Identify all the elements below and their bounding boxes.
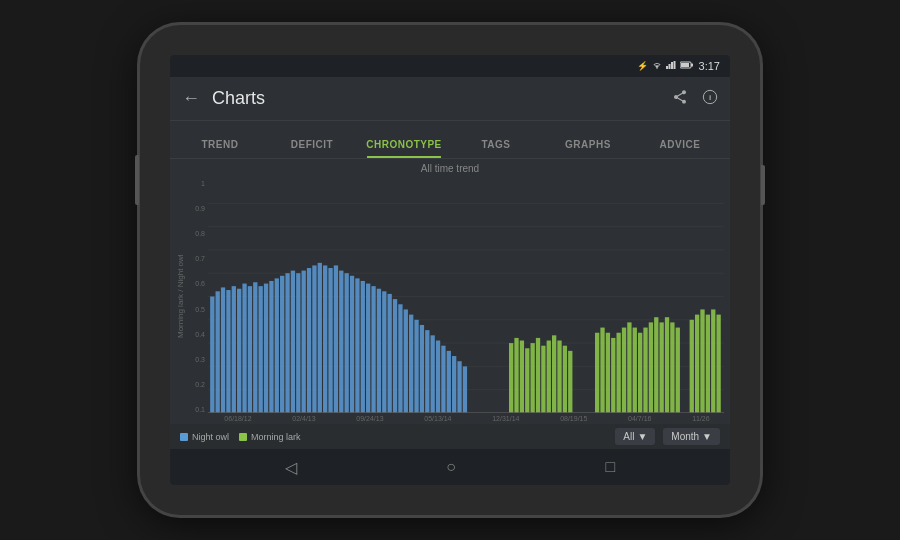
svg-rect-57 bbox=[409, 315, 413, 413]
svg-rect-32 bbox=[275, 278, 279, 413]
svg-rect-97 bbox=[695, 315, 699, 413]
svg-rect-37 bbox=[302, 271, 306, 413]
svg-rect-3 bbox=[671, 62, 673, 69]
bluetooth-icon: ⚡ bbox=[637, 61, 648, 71]
svg-rect-24 bbox=[232, 286, 236, 413]
svg-rect-84 bbox=[617, 333, 621, 413]
chart-legend: Night owl Morning lark bbox=[180, 432, 301, 442]
svg-rect-42 bbox=[328, 268, 332, 413]
status-bar: ⚡ bbox=[170, 55, 730, 77]
info-button[interactable]: i bbox=[702, 89, 718, 109]
tab-chronotype[interactable]: CHRONOTYPE bbox=[358, 139, 450, 158]
app-bar: ← Charts i bbox=[170, 77, 730, 121]
chart-svg-area bbox=[208, 180, 724, 413]
svg-rect-60 bbox=[425, 330, 429, 413]
svg-rect-87 bbox=[633, 328, 637, 413]
svg-rect-23 bbox=[226, 290, 230, 413]
chart-area-wrapper: 1 0.9 0.8 0.7 0.6 0.5 0.4 0.3 0.2 0.1 bbox=[192, 180, 724, 413]
svg-rect-65 bbox=[452, 356, 456, 413]
svg-rect-101 bbox=[716, 315, 720, 413]
svg-rect-75 bbox=[547, 341, 551, 413]
svg-rect-31 bbox=[269, 281, 273, 413]
svg-rect-35 bbox=[291, 271, 295, 413]
wifi-icon bbox=[652, 61, 662, 71]
svg-rect-83 bbox=[611, 338, 615, 413]
svg-rect-28 bbox=[253, 282, 257, 413]
tab-bar: TREND DEFICIT CHRONOTYPE TAGS GRAPHS ADV… bbox=[170, 121, 730, 159]
status-time: 3:17 bbox=[699, 60, 720, 72]
svg-rect-78 bbox=[563, 346, 567, 413]
chart-controls: All ▼ Month ▼ bbox=[615, 428, 720, 445]
svg-rect-46 bbox=[350, 276, 354, 413]
svg-rect-52 bbox=[382, 291, 386, 413]
legend-label-morning-lark: Morning lark bbox=[251, 432, 301, 442]
svg-rect-50 bbox=[371, 286, 375, 413]
svg-rect-70 bbox=[520, 341, 524, 413]
month-filter-button[interactable]: Month ▼ bbox=[663, 428, 720, 445]
svg-rect-92 bbox=[660, 322, 664, 413]
svg-rect-44 bbox=[339, 271, 343, 413]
signal-icon bbox=[666, 61, 676, 71]
all-filter-label: All bbox=[623, 431, 634, 442]
svg-rect-67 bbox=[463, 366, 467, 413]
svg-rect-34 bbox=[285, 273, 289, 413]
svg-rect-79 bbox=[568, 351, 572, 413]
svg-rect-81 bbox=[600, 328, 604, 413]
legend-label-night-owl: Night owl bbox=[192, 432, 229, 442]
svg-rect-1 bbox=[666, 66, 668, 69]
svg-rect-58 bbox=[414, 320, 418, 413]
phone-screen: ⚡ bbox=[170, 55, 730, 485]
svg-rect-88 bbox=[638, 333, 642, 413]
svg-rect-91 bbox=[654, 317, 658, 413]
svg-rect-20 bbox=[210, 297, 214, 414]
status-icons: ⚡ bbox=[637, 61, 694, 71]
legend-night-owl: Night owl bbox=[180, 432, 229, 442]
svg-rect-53 bbox=[388, 294, 392, 413]
svg-rect-29 bbox=[259, 286, 263, 413]
chart-svg bbox=[208, 180, 724, 413]
month-filter-label: Month bbox=[671, 431, 699, 442]
svg-rect-96 bbox=[690, 320, 694, 413]
svg-rect-25 bbox=[237, 289, 241, 413]
date-label-1: 06/18/12 bbox=[224, 415, 251, 422]
svg-rect-39 bbox=[312, 265, 316, 413]
back-button[interactable]: ← bbox=[182, 88, 200, 109]
svg-rect-21 bbox=[216, 291, 220, 413]
tab-deficit[interactable]: DEFICIT bbox=[266, 139, 358, 158]
all-filter-button[interactable]: All ▼ bbox=[615, 428, 655, 445]
svg-rect-22 bbox=[221, 287, 225, 413]
share-button[interactable] bbox=[672, 89, 688, 109]
chart-container: All time trend Morning lark / Night owl … bbox=[170, 159, 730, 449]
date-label-4: 05/13/14 bbox=[424, 415, 451, 422]
svg-rect-72 bbox=[531, 343, 535, 413]
svg-rect-86 bbox=[627, 322, 631, 413]
nav-home-button[interactable]: ○ bbox=[446, 458, 456, 476]
svg-rect-43 bbox=[334, 265, 338, 413]
svg-rect-94 bbox=[670, 322, 674, 413]
svg-rect-45 bbox=[345, 273, 349, 413]
month-dropdown-icon: ▼ bbox=[702, 431, 712, 442]
nav-bar: ◁ ○ □ bbox=[170, 449, 730, 485]
nav-back-button[interactable]: ◁ bbox=[285, 458, 297, 477]
all-dropdown-icon: ▼ bbox=[637, 431, 647, 442]
svg-rect-99 bbox=[706, 315, 710, 413]
legend-dot-morning-lark bbox=[239, 433, 247, 441]
app-title: Charts bbox=[212, 88, 660, 109]
svg-rect-27 bbox=[248, 286, 252, 413]
tab-advice[interactable]: ADVICE bbox=[634, 139, 726, 158]
svg-rect-95 bbox=[676, 328, 680, 413]
svg-rect-71 bbox=[525, 348, 529, 413]
x-axis-dates: 06/18/12 02/4/13 09/24/13 05/13/14 12/31… bbox=[170, 413, 730, 424]
date-label-5: 12/31/14 bbox=[492, 415, 519, 422]
svg-rect-90 bbox=[649, 322, 653, 413]
nav-recents-button[interactable]: □ bbox=[606, 458, 616, 476]
tab-graphs[interactable]: GRAPHS bbox=[542, 139, 634, 158]
svg-rect-73 bbox=[536, 338, 540, 413]
tab-tags[interactable]: TAGS bbox=[450, 139, 542, 158]
svg-rect-85 bbox=[622, 328, 626, 413]
tab-trend[interactable]: TREND bbox=[174, 139, 266, 158]
svg-rect-62 bbox=[436, 341, 440, 413]
svg-rect-69 bbox=[514, 338, 518, 413]
date-label-8: 11/26 bbox=[692, 415, 710, 422]
svg-rect-76 bbox=[552, 335, 556, 413]
